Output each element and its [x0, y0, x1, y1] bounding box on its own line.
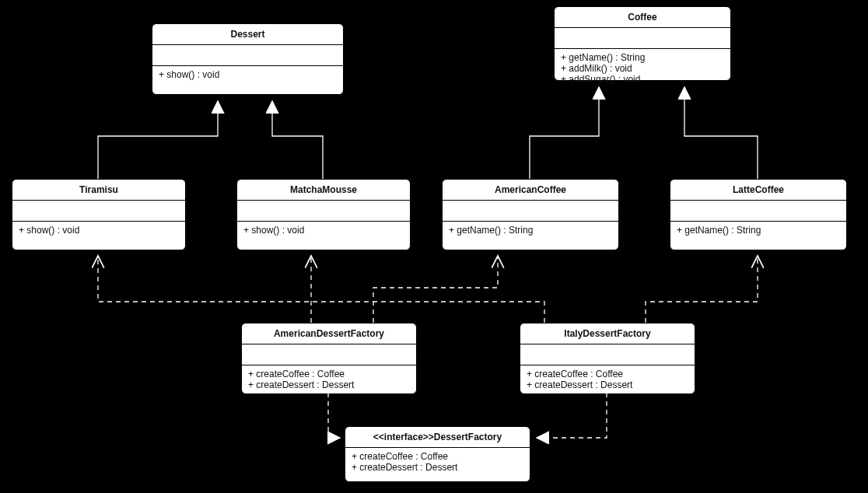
class-name: Coffee: [555, 7, 730, 28]
class-attrs: [443, 201, 618, 222]
class-methods: + createCoffee : Coffee + createDessert …: [242, 365, 416, 393]
class-methods: + createCoffee : Coffee + createDessert …: [345, 448, 530, 476]
class-name: ItalyDessertFactory: [520, 323, 695, 344]
class-matcha-mousse: MatchaMousse + show() : void: [236, 179, 411, 250]
class-attrs: [520, 344, 695, 365]
class-american-coffee: AmericanCoffee + getName() : String: [442, 179, 619, 250]
dep-itfactory-to-tiramisu: [98, 256, 544, 323]
class-methods: + show() : void: [12, 222, 185, 239]
class-attrs: [237, 201, 410, 222]
realize-amfactory-to-interface: [328, 393, 340, 438]
uml-canvas: Dessert + show() : void Coffee + getName…: [0, 0, 868, 493]
class-dessert: Dessert + show() : void: [152, 23, 344, 95]
class-name: Tiramisu: [12, 180, 185, 201]
class-name: <<interface>>DessertFactory: [345, 427, 530, 448]
class-name: LatteCoffee: [670, 180, 846, 201]
class-attrs: [152, 45, 343, 66]
class-methods: + createCoffee : Coffee + createDessert …: [520, 365, 695, 393]
realize-itfactory-to-interface: [537, 393, 607, 438]
gen-latte-to-coffee: [684, 87, 758, 179]
dep-itfactory-to-latte: [646, 256, 758, 323]
class-attrs: [12, 201, 185, 222]
class-methods: + getName() : String: [443, 222, 618, 239]
class-italy-dessert-factory: ItalyDessertFactory + createCoffee : Cof…: [520, 323, 695, 394]
class-methods: + getName() : String: [670, 222, 846, 239]
class-methods: + getName() : String + addMilk() : void …: [555, 49, 730, 88]
class-name: Dessert: [152, 24, 343, 45]
class-name: MatchaMousse: [237, 180, 410, 201]
class-name: AmericanCoffee: [443, 180, 618, 201]
gen-tiramisu-to-dessert: [98, 101, 218, 179]
class-latte-coffee: LatteCoffee + getName() : String: [670, 179, 847, 250]
class-methods: + show() : void: [152, 66, 343, 83]
class-methods: + show() : void: [237, 222, 410, 239]
dep-amfactory-to-american: [373, 256, 498, 323]
class-attrs: [670, 201, 846, 222]
class-coffee: Coffee + getName() : String + addMilk() …: [554, 6, 731, 81]
class-name: AmericanDessertFactory: [242, 323, 416, 344]
class-tiramisu: Tiramisu + show() : void: [12, 179, 186, 250]
gen-matcha-to-dessert: [272, 101, 323, 179]
interface-dessert-factory: <<interface>>DessertFactory + createCoff…: [345, 426, 530, 482]
class-american-dessert-factory: AmericanDessertFactory + createCoffee : …: [241, 323, 417, 394]
class-attrs: [242, 344, 416, 365]
class-attrs: [555, 28, 730, 49]
gen-american-to-coffee: [530, 87, 599, 179]
